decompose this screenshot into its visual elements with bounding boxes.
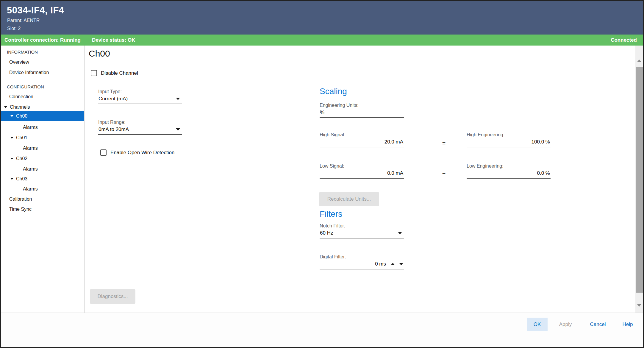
low-signal-field: Low Signal: 0.0 mA <box>320 163 404 179</box>
chevron-down-icon[interactable] <box>10 115 13 117</box>
sidebar-section-information: INFORMATION <box>1 49 84 55</box>
digital-filter-input[interactable]: 0 ms <box>320 260 404 269</box>
high-engineering-value: 100.0 % <box>532 139 550 145</box>
low-engineering-input[interactable]: 0.0 % <box>467 170 551 179</box>
help-button[interactable]: Help <box>617 318 638 331</box>
sidebar-item-channels[interactable]: Channels <box>1 104 84 110</box>
high-signal-value: 20.0 mA <box>384 139 403 145</box>
engineering-units-input[interactable]: % <box>320 109 404 118</box>
notch-filter-label: Notch Filter: <box>320 223 404 229</box>
ok-button[interactable]: OK <box>527 318 548 331</box>
sidebar-item-ch02[interactable]: Ch02 <box>1 155 84 162</box>
device-status: Device status: OK <box>92 37 135 43</box>
high-signal-field: High Signal: 20.0 mA <box>320 132 404 147</box>
equals-sign: = <box>442 140 446 147</box>
chevron-down-icon[interactable] <box>10 178 13 180</box>
sidebar-item-ch03-alarms[interactable]: Alarms <box>1 186 84 192</box>
input-type-field: Input Type: Current (mA) <box>98 89 182 104</box>
apply-button[interactable]: Apply <box>552 318 579 331</box>
module-properties-window: 5034-IF4, IF4 Parent: AENTR Slot: 2 Cont… <box>0 0 644 348</box>
sidebar-item-ch01-alarms[interactable]: Alarms <box>1 145 84 152</box>
dialog-footer: OK Apply Cancel Help <box>1 313 643 347</box>
chevron-down-icon <box>176 128 180 131</box>
input-range-select[interactable]: 0mA to 20mA <box>98 126 182 135</box>
low-engineering-value: 0.0 % <box>537 170 550 176</box>
page-title: Ch00 <box>89 49 110 59</box>
input-type-value: Current (mA) <box>99 96 128 102</box>
navigation-sidebar: INFORMATION Overview Device Information … <box>1 46 85 313</box>
scroll-down-icon <box>637 304 641 307</box>
scroll-down-button[interactable] <box>635 302 643 309</box>
low-signal-input[interactable]: 0.0 mA <box>320 170 404 179</box>
engineering-units-label: Engineering Units: <box>320 103 404 108</box>
low-signal-value: 0.0 mA <box>387 170 403 176</box>
chevron-down-icon[interactable] <box>10 137 13 139</box>
sidebar-item-time-sync[interactable]: Time Sync <box>1 206 84 213</box>
spinner-up-icon[interactable] <box>391 263 395 265</box>
sidebar-item-ch01[interactable]: Ch01 <box>1 135 84 141</box>
open-wire-checkbox-row: Enable Open Wire Detection <box>100 149 174 156</box>
controller-connection-status: Controller connection: Running <box>4 37 81 43</box>
sidebar-item-connection[interactable]: Connection <box>1 93 84 100</box>
sidebar-item-ch00-alarms[interactable]: Alarms <box>1 124 84 131</box>
high-engineering-field: High Engineering: 100.0 % <box>467 132 551 147</box>
cancel-button[interactable]: Cancel <box>585 318 611 331</box>
scroll-up-icon <box>637 60 641 62</box>
input-range-label: Input Range: <box>98 120 182 125</box>
low-engineering-field: Low Engineering: 0.0 % <box>467 163 551 179</box>
module-title: 5034-IF4, IF4 <box>7 5 64 16</box>
sidebar-section-configuration: CONFIGURATION <box>1 83 84 90</box>
high-engineering-label: High Engineering: <box>467 132 551 138</box>
chevron-down-icon <box>398 232 402 234</box>
sidebar-item-overview[interactable]: Overview <box>1 59 84 65</box>
sidebar-item-ch00[interactable]: Ch00 <box>1 111 84 121</box>
low-signal-label: Low Signal: <box>320 163 404 169</box>
digital-filter-field: Digital Filter: 0 ms <box>320 254 404 269</box>
low-engineering-label: Low Engineering: <box>467 163 551 169</box>
scaling-heading: Scaling <box>320 87 347 96</box>
sidebar-item-ch02-alarms[interactable]: Alarms <box>1 166 84 172</box>
high-signal-input[interactable]: 20.0 mA <box>320 138 404 147</box>
digital-filter-value: 0 ms <box>375 261 386 267</box>
slot-label: Slot: 2 <box>7 26 21 31</box>
digital-filter-spinner <box>391 263 403 265</box>
high-engineering-input[interactable]: 100.0 % <box>467 138 551 147</box>
disable-channel-checkbox[interactable] <box>91 70 97 76</box>
high-signal-label: High Signal: <box>320 132 404 138</box>
engineering-units-field: Engineering Units: % <box>320 103 404 118</box>
sidebar-item-calibration[interactable]: Calibration <box>1 196 84 202</box>
status-bar: Controller connection: Running Device st… <box>1 35 643 46</box>
input-type-select[interactable]: Current (mA) <box>98 95 182 104</box>
input-type-label: Input Type: <box>98 89 182 94</box>
input-range-field: Input Range: 0mA to 20mA <box>98 120 182 135</box>
sidebar-item-ch03[interactable]: Ch03 <box>1 176 84 182</box>
spinner-down-icon[interactable] <box>399 263 403 265</box>
scroll-up-button[interactable] <box>635 57 643 65</box>
parent-label: Parent: AENTR <box>7 18 40 23</box>
notch-filter-value: 60 Hz <box>320 230 333 236</box>
notch-filter-select[interactable]: 60 Hz <box>320 230 404 238</box>
notch-filter-field: Notch Filter: 60 Hz <box>320 223 404 238</box>
disable-channel-label: Disable Channel <box>101 70 138 76</box>
window-header: 5034-IF4, IF4 Parent: AENTR Slot: 2 <box>1 1 643 35</box>
digital-filter-label: Digital Filter: <box>320 254 404 260</box>
engineering-units-value: % <box>320 110 324 116</box>
open-wire-checkbox[interactable] <box>100 149 107 156</box>
chevron-down-icon[interactable] <box>10 158 13 160</box>
equals-sign: = <box>442 171 446 178</box>
disable-channel-checkbox-row: Disable Channel <box>91 70 138 76</box>
input-range-value: 0mA to 20mA <box>99 127 129 132</box>
diagnostics-button[interactable]: Diagnostics... <box>90 289 135 304</box>
recalculate-units-button[interactable]: Recalculate Units... <box>319 192 379 206</box>
sidebar-item-device-information[interactable]: Device Information <box>1 69 84 76</box>
open-wire-label: Enable Open Wire Detection <box>110 150 174 156</box>
vertical-scrollbar[interactable] <box>635 46 643 313</box>
filters-heading: Filters <box>320 209 342 219</box>
chevron-down-icon <box>176 98 180 100</box>
connection-state: Connected <box>611 37 637 43</box>
chevron-down-icon[interactable] <box>4 106 7 108</box>
scrollbar-thumb[interactable] <box>636 67 643 293</box>
